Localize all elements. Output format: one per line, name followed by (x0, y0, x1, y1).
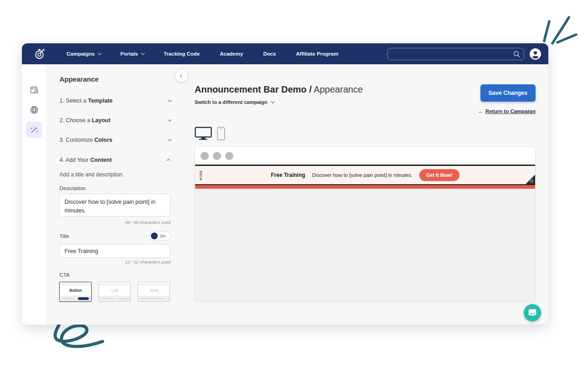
accordion-label: 4. Add Your Content (59, 157, 112, 163)
chevron-down-icon (141, 51, 144, 55)
header-right: Save Changes ← Return to Campaign (478, 84, 536, 114)
icon-sidebar (22, 64, 47, 325)
title-label: Title (59, 233, 69, 239)
mini-link-label: Go Now (119, 297, 129, 300)
nav-item-affiliate-program[interactable]: Affiliate Program (296, 51, 339, 57)
search-box[interactable] (387, 48, 524, 60)
mock-page-body (195, 189, 535, 301)
bar-cta-button[interactable]: Get It Now! (419, 169, 459, 181)
cta-option-label: Link (99, 285, 130, 296)
description-label: Description (59, 186, 170, 191)
accordion-choose-layout[interactable]: 2. Choose a Layout (59, 111, 170, 130)
title-input[interactable] (59, 244, 170, 258)
appearance-panel: Appearance 1. Select a Template 2. Choos… (47, 64, 181, 325)
nav-item-docs[interactable]: Docs (263, 51, 276, 57)
hide-tab[interactable]: HIDE (199, 170, 202, 181)
accordion-label: 2. Choose a Layout (59, 117, 110, 124)
panel-title: Appearance (59, 75, 170, 91)
return-link-label: Return to Campaign (485, 108, 536, 114)
nav-menu: Campaigns Portals Tracking Code Academy … (67, 51, 338, 57)
page: Campaigns Portals Tracking Code Academy … (0, 0, 588, 372)
description-counter: 46 / 60 characters used (59, 220, 170, 225)
bar-title: Free Training (271, 172, 305, 178)
header-left: Announcement Bar Demo / Appearance Switc… (195, 84, 363, 105)
doodle-slashes (540, 14, 582, 46)
accordion-select-template[interactable]: 1. Select a Template (59, 91, 170, 111)
return-to-campaign-link[interactable]: ← Return to Campaign (478, 108, 536, 114)
mini-button-icon (78, 297, 89, 300)
main-area: Announcement Bar Demo / Appearance Switc… (181, 64, 548, 325)
nav-item-label: Docs (263, 51, 276, 57)
nav-item-campaigns[interactable]: Campaigns (67, 51, 100, 57)
cta-option-button[interactable]: Button (59, 282, 92, 302)
chat-icon (528, 308, 537, 317)
nav-item-label: Affiliate Program (296, 51, 339, 57)
browser-dots (195, 147, 535, 165)
cta-label: CTA (59, 272, 170, 278)
switch-campaign-link[interactable]: Switch to a different campaign (195, 99, 363, 105)
desktop-preview-icon[interactable] (195, 127, 212, 140)
cta-option-label: Button (60, 285, 91, 296)
mobile-preview-icon[interactable] (217, 127, 225, 140)
accordion-add-content[interactable]: 4. Add Your Content (59, 150, 170, 170)
nav-item-label: Campaigns (67, 51, 95, 57)
accordion-label: 3. Customize Colors (59, 137, 112, 143)
cta-mini-footer (138, 296, 170, 301)
top-nav: Campaigns Portals Tracking Code Academy … (22, 43, 548, 64)
globe-icon[interactable] (26, 102, 42, 118)
save-changes-button[interactable]: Save Changes (480, 84, 536, 102)
cta-option-link[interactable]: Link Go Now (98, 282, 131, 302)
bar-description: Discover how to [solve pain point] in mi… (312, 172, 413, 178)
description-textarea[interactable]: Discover how to [solve pain point] in mi… (59, 194, 170, 217)
toggle-knob (151, 232, 158, 239)
cta-option-none[interactable]: None (138, 282, 170, 302)
cta-mini-footer (60, 296, 91, 301)
nav-item-label: Tracking Code (164, 51, 200, 57)
chevron-down-icon (98, 51, 101, 55)
nav-item-label: Portals (120, 51, 138, 57)
title-counter: 13 / 22 characters used (59, 259, 170, 264)
announcement-bar-wrapper: HIDE Free Training Discover how to [solv… (195, 165, 535, 185)
arrow-left-icon: ← (478, 108, 484, 114)
nav-right (387, 48, 541, 60)
cta-option-label: None (138, 285, 170, 296)
content-row: Appearance 1. Select a Template 2. Choos… (22, 64, 548, 325)
switch-campaign-label: Switch to a different campaign (195, 99, 268, 105)
chevron-down-icon (168, 98, 171, 102)
calendar-icon[interactable] (26, 82, 42, 98)
cta-mini-footer: Go Now (99, 296, 130, 301)
app-window: Campaigns Portals Tracking Code Academy … (22, 43, 548, 325)
chevron-up-icon (166, 159, 170, 162)
nav-item-label: Academy (220, 51, 243, 57)
browser-dot (201, 152, 209, 160)
browser-mockup: HIDE Free Training Discover how to [solv… (195, 146, 536, 301)
nav-item-tracking-code[interactable]: Tracking Code (164, 51, 200, 57)
chevron-down-icon (168, 118, 171, 121)
accordion-label: 1. Select a Template (59, 98, 113, 104)
announcement-bar-preview: HIDE Free Training Discover how to [solv… (195, 166, 535, 184)
cta-options: Button Link Go Now None (59, 282, 170, 302)
coral-accent-strip (195, 185, 535, 189)
chevron-left-icon (180, 74, 183, 78)
toggle-state-label: On (160, 234, 165, 238)
search-input[interactable] (392, 51, 513, 57)
chat-widget-button[interactable] (524, 304, 541, 321)
browser-dot (213, 152, 221, 160)
search-icon[interactable] (513, 51, 520, 57)
browser-dot (225, 152, 233, 160)
device-toggle (195, 127, 536, 140)
magic-wand-icon[interactable] (26, 122, 42, 138)
content-helper-text: Add a title and description. (59, 171, 170, 178)
nav-item-academy[interactable]: Academy (220, 51, 243, 57)
user-avatar[interactable] (530, 48, 541, 60)
nav-item-portals[interactable]: Portals (120, 51, 144, 57)
accordion-customize-colors[interactable]: 3. Customize Colors (59, 130, 170, 150)
app-logo-icon[interactable] (32, 46, 47, 62)
collapse-panel-button[interactable] (175, 70, 188, 82)
chevron-down-icon (271, 99, 274, 103)
page-title: Announcement Bar Demo / Appearance (195, 84, 363, 95)
chevron-down-icon (168, 137, 171, 141)
branding-corner-logo (530, 179, 534, 183)
title-toggle[interactable]: On (149, 231, 170, 241)
